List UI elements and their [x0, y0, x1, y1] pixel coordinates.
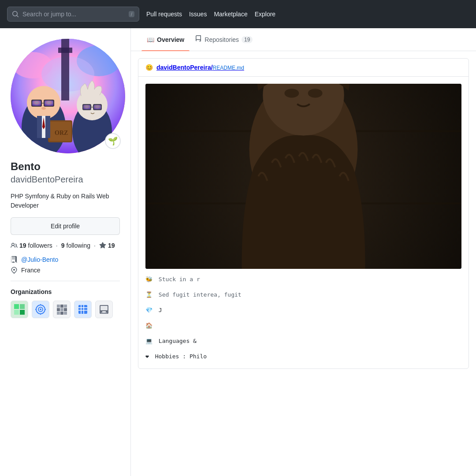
org-avatar-5[interactable] — [95, 301, 113, 318]
readme-emoji-6: ❤️ — [145, 353, 149, 360]
org-avatar-2[interactable] — [32, 301, 49, 318]
readme-emoji-4: 🏠 — [145, 322, 152, 329]
profile-meta: @Julio-Bento France — [11, 256, 120, 274]
svg-rect-41 — [60, 305, 63, 308]
svg-rect-46 — [57, 312, 60, 315]
location-text: France — [21, 267, 41, 274]
svg-rect-22 — [94, 105, 101, 109]
svg-rect-14 — [45, 100, 53, 106]
organizations-section: Organizations — [11, 288, 120, 318]
svg-rect-21 — [83, 105, 90, 109]
avatar-container: ORZ 🌱 — [11, 39, 125, 153]
svg-rect-43 — [57, 308, 60, 311]
readme-smiley-icon: 😊 — [145, 64, 153, 71]
tab-overview[interactable]: 📖 Overview — [141, 28, 190, 51]
readme-line-3: 💎 J — [145, 305, 461, 315]
organizations-list — [11, 301, 120, 318]
svg-point-15 — [41, 107, 46, 110]
overview-tab-label: Overview — [157, 36, 184, 43]
following-label[interactable]: following — [67, 242, 90, 249]
svg-rect-31 — [14, 310, 19, 315]
search-kbd-shortcut: / — [129, 11, 134, 17]
profile-display-name: Bento — [11, 160, 120, 173]
readme-emoji-3: 💎 — [145, 307, 152, 313]
org-avatar-1[interactable] — [11, 301, 28, 318]
repositories-tab-icon — [195, 35, 202, 44]
readme-header: 😊 davidBentoPereira/README.md — [138, 59, 469, 77]
repositories-tab-label: Repositories — [205, 36, 239, 43]
location-icon — [11, 267, 18, 274]
profile-tabs: 📖 Overview Repositories 19 — [131, 28, 476, 51]
organizations-title: Organizations — [11, 288, 120, 295]
star-icon — [99, 242, 106, 249]
svg-point-66 — [308, 89, 323, 97]
readme-repo-link[interactable]: davidBentoPereira/README.md — [156, 64, 244, 71]
profile-divider — [11, 281, 120, 281]
profile-username: davidBentoPereira — [11, 175, 120, 185]
stars-count[interactable]: 19 — [108, 242, 115, 249]
readme-emoji-1: 🐝 — [145, 276, 152, 283]
readme-body: 🐝 Stuck in a r ⏳ Sed fugit interea, fugi… — [138, 77, 469, 368]
repositories-tab-badge: 19 — [242, 36, 253, 43]
nav-marketplace[interactable]: Marketplace — [214, 11, 247, 18]
readme-line-1: 🐝 Stuck in a r — [145, 274, 461, 284]
nav-explore[interactable]: Explore — [255, 11, 275, 18]
followers-row: 19 followers · 9 following · 19 — [11, 242, 120, 249]
search-icon — [12, 11, 19, 18]
svg-text:ORZ: ORZ — [55, 130, 68, 136]
tab-repositories[interactable]: Repositories 19 — [190, 28, 258, 51]
followers-label[interactable]: followers — [28, 242, 52, 249]
following-count[interactable]: 9 — [61, 242, 65, 249]
organization-link[interactable]: @Julio-Bento — [21, 256, 58, 263]
profile-bio: PHP Symfony & Ruby on Rails Web Develope… — [11, 192, 120, 210]
svg-rect-29 — [14, 304, 19, 309]
readme-repo-name: davidBentoPereira — [156, 64, 211, 71]
readme-line-2: ⏳ Sed fugit interea, fugit — [145, 290, 461, 300]
meta-location: France — [11, 267, 120, 274]
followers-count[interactable]: 19 — [19, 242, 26, 249]
svg-rect-42 — [64, 305, 67, 308]
main-content: 📖 Overview Repositories 19 😊 davidBentoP… — [130, 28, 476, 476]
followers-separator: · — [56, 242, 58, 249]
readme-line-6: ❤️ Hobbies : Philo — [145, 351, 461, 361]
svg-rect-13 — [32, 100, 41, 106]
svg-rect-30 — [20, 304, 25, 309]
svg-rect-47 — [60, 312, 63, 315]
readme-line-5: 💻 Languages & — [145, 336, 461, 346]
readme-file-name: README.md — [213, 65, 244, 71]
org-avatar-3[interactable] — [53, 301, 71, 318]
page-layout: ORZ 🌱 Bento davidBentoPereira PHP Symfon… — [0, 28, 476, 476]
svg-rect-57 — [101, 312, 107, 313]
svg-rect-48 — [64, 312, 67, 315]
org-avatar-4[interactable] — [74, 301, 92, 318]
readme-panel: 😊 davidBentoPereira/README.md — [138, 58, 469, 369]
svg-rect-40 — [57, 305, 60, 308]
search-placeholder: Search or jump to... — [22, 11, 76, 18]
organization-icon — [11, 256, 18, 263]
readme-line-4: 🏠 — [145, 320, 461, 331]
readme-image — [145, 84, 461, 269]
svg-point-65 — [284, 89, 299, 97]
edit-profile-button[interactable]: Edit profile — [11, 217, 120, 235]
svg-point-35 — [40, 309, 41, 310]
svg-rect-44 — [60, 308, 63, 311]
svg-rect-55 — [100, 306, 108, 310]
nav-links: Pull requests Issues Marketplace Explore — [146, 11, 275, 18]
svg-rect-7 — [58, 48, 72, 53]
top-navigation: Search or jump to... / Pull requests Iss… — [0, 0, 476, 28]
profile-sidebar: ORZ 🌱 Bento davidBentoPereira PHP Symfon… — [0, 28, 130, 476]
followers-icon — [11, 242, 18, 249]
avatar-status-badge: 🌱 — [105, 133, 121, 149]
following-separator: · — [94, 242, 96, 249]
search-bar[interactable]: Search or jump to... / — [7, 7, 139, 22]
overview-tab-icon: 📖 — [147, 36, 154, 43]
meta-organization: @Julio-Bento — [11, 256, 120, 263]
readme-emoji-2: ⏳ — [145, 291, 152, 298]
svg-rect-32 — [20, 310, 25, 315]
readme-emoji-5: 💻 — [145, 338, 152, 344]
svg-rect-49 — [78, 305, 87, 314]
svg-rect-45 — [64, 308, 67, 311]
nav-pull-requests[interactable]: Pull requests — [146, 11, 182, 18]
svg-rect-56 — [102, 311, 106, 312]
nav-issues[interactable]: Issues — [189, 11, 207, 18]
